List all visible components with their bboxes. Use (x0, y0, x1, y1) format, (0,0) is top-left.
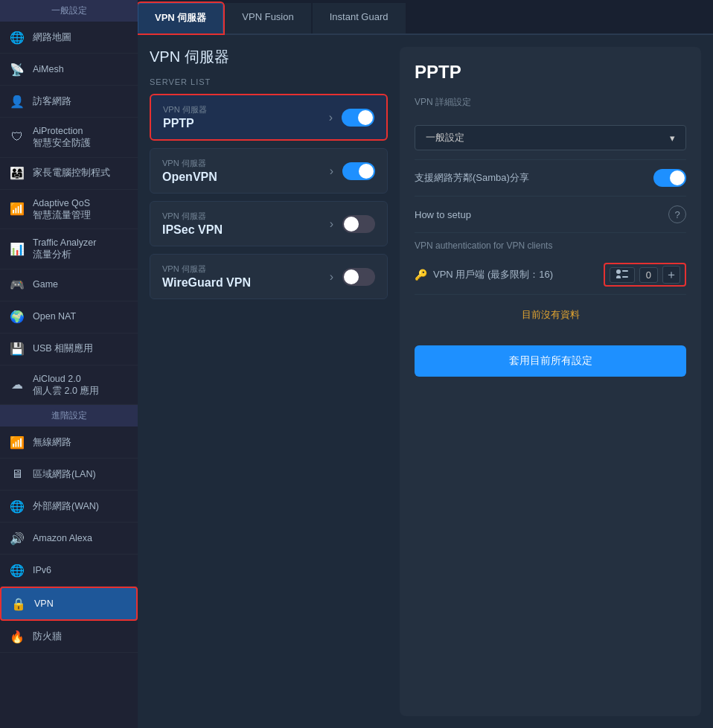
svg-rect-3 (622, 276, 628, 278)
vpn-card-name: OpenVPN (162, 170, 330, 184)
samba-toggle[interactable] (653, 169, 686, 187)
sidebar-item-label: 家長電腦控制程式 (33, 167, 110, 179)
aimesh-icon: 📡 (9, 61, 25, 77)
sidebar-item-lan[interactable]: 🖥 區域網路(LAN) (0, 459, 138, 491)
samba-row: 支援網路芳鄰(Samba)分享 (415, 160, 686, 197)
sidebar-item-label: 防火牆 (33, 630, 62, 642)
sidebar-item-ipv6[interactable]: 🌐 IPv6 (0, 555, 138, 587)
aiprotection-icon: 🛡 (9, 129, 25, 145)
sidebar: 一般設定 🌐 網路地圖 📡 AiMesh 👤 訪客網路 🛡 AiProtecti… (0, 0, 138, 728)
chevron-right-icon: › (330, 165, 333, 178)
sidebar-item-label: 網路地圖 (33, 31, 71, 43)
adaptive-qos-icon: 📶 (9, 201, 25, 217)
settings-select[interactable]: 一般設定 ▾ (415, 125, 686, 150)
general-section-label: 一般設定 (0, 0, 138, 22)
svg-rect-0 (616, 269, 621, 274)
sidebar-item-label: Adaptive QoS智慧流量管理 (33, 197, 91, 222)
main-content: VPN 伺服器 VPN Fusion Instant Guard VPN 伺服器… (138, 0, 713, 728)
firewall-icon: 🔥 (9, 628, 25, 645)
vpn-card-name: PPTP (163, 117, 329, 130)
sidebar-item-wan[interactable]: 🌐 外部網路(WAN) (0, 491, 138, 523)
vpn-client-label: VPN 用戶端 (最多限制：16) (433, 268, 604, 281)
toggle-knob (359, 164, 374, 179)
sidebar-item-aiprotection[interactable]: 🛡 AiProtection智慧安全防護 (0, 118, 138, 158)
sidebar-item-adaptive-qos[interactable]: 📶 Adaptive QoS智慧流量管理 (0, 190, 138, 230)
vpn-client-row: 🔑 VPN 用戶端 (最多限制：16) 0 ＋ (415, 255, 686, 295)
ipsec-toggle[interactable] (342, 215, 375, 233)
sidebar-item-network-map[interactable]: 🌐 網路地圖 (0, 22, 138, 54)
page-body: VPN 伺服器 SERVER LIST VPN 伺服器 PPTP › VPN 伺… (138, 35, 713, 728)
sidebar-item-alexa[interactable]: 🔊 Amazon Alexa (0, 523, 138, 555)
sidebar-item-label: 區域網路(LAN) (33, 468, 96, 480)
chevron-right-icon: › (330, 270, 333, 284)
game-icon: 🎮 (9, 277, 25, 293)
sidebar-item-label: AiCloud 2.0個人雲 2.0 應用 (33, 373, 99, 397)
vpn-card-info-openvpn: VPN 伺服器 OpenVPN (162, 158, 330, 184)
detail-panel: PPTP VPN 詳細設定 一般設定 ▾ 支援網路芳鄰(Samba)分享 How… (400, 47, 701, 716)
apply-button[interactable]: 套用目前所有設定 (415, 345, 686, 377)
wireguard-toggle[interactable] (342, 268, 375, 286)
key-icon: 🔑 (415, 269, 427, 281)
alexa-icon: 🔊 (9, 530, 25, 546)
vpn-auth-label: VPN authentication for VPN clients (415, 233, 686, 255)
open-nat-icon: 🌍 (9, 309, 25, 325)
detail-title: PPTP (415, 62, 686, 83)
sidebar-item-parental[interactable]: 👨‍👩‍👧 家長電腦控制程式 (0, 158, 138, 190)
vpn-card-name: WireGuard VPN (162, 276, 330, 290)
add-client-button[interactable]: ＋ (662, 266, 680, 284)
pptp-toggle[interactable] (342, 109, 374, 127)
toggle-knob (358, 110, 373, 125)
openvpn-toggle[interactable] (342, 162, 375, 180)
svg-rect-2 (616, 275, 621, 278)
sidebar-item-vpn[interactable]: 🔒 VPN (0, 587, 138, 621)
vpn-icon: 🔒 (10, 596, 27, 612)
sidebar-item-firewall[interactable]: 🔥 防火牆 (0, 621, 138, 653)
guest-network-icon: 👤 (9, 93, 25, 109)
sidebar-item-label: Amazon Alexa (33, 532, 92, 544)
sidebar-item-wireless[interactable]: 📶 無線網路 (0, 427, 138, 459)
lan-icon: 🖥 (9, 466, 25, 482)
sidebar-item-label: Open NAT (33, 310, 76, 322)
vpn-card-openvpn[interactable]: VPN 伺服器 OpenVPN › (150, 148, 388, 194)
sidebar-item-game[interactable]: 🎮 Game (0, 269, 138, 301)
sidebar-item-guest-network[interactable]: 👤 訪客網路 (0, 86, 138, 118)
chevron-down-icon: ▾ (670, 132, 675, 144)
how-to-setup-label: How to setup (415, 209, 471, 220)
tab-vpn-fusion[interactable]: VPN Fusion (225, 3, 310, 33)
network-map-icon: 🌐 (9, 29, 25, 45)
toggle-knob (670, 170, 685, 185)
tab-instant-guard[interactable]: Instant Guard (313, 3, 406, 33)
vpn-card-info-wireguard: VPN 伺服器 WireGuard VPN (162, 264, 330, 290)
advanced-section-label: 進階設定 (0, 405, 138, 427)
sidebar-item-label: USB 相關應用 (33, 342, 93, 354)
user-list-icon (616, 269, 628, 278)
parental-icon: 👨‍👩‍👧 (9, 165, 25, 182)
tab-vpn-server[interactable]: VPN 伺服器 (138, 3, 223, 33)
vpn-card-type-label: VPN 伺服器 (162, 158, 330, 169)
help-icon[interactable]: ? (668, 205, 686, 223)
vpn-card-wireguard[interactable]: VPN 伺服器 WireGuard VPN › (150, 254, 388, 299)
sidebar-item-label: 訪客網路 (33, 95, 71, 107)
vpn-card-info-pptp: VPN 伺服器 PPTP (163, 104, 329, 130)
sidebar-item-label: VPN (34, 598, 54, 610)
vpn-card-info-ipsec: VPN 伺服器 IPSec VPN (162, 211, 330, 237)
no-data-label: 目前沒有資料 (415, 295, 686, 335)
sidebar-item-usb[interactable]: 💾 USB 相關應用 (0, 333, 138, 365)
sidebar-item-label: AiMesh (33, 63, 64, 75)
sidebar-item-aicloud[interactable]: ☁ AiCloud 2.0個人雲 2.0 應用 (0, 365, 138, 406)
settings-select-value: 一般設定 (426, 131, 464, 144)
page-title: VPN 伺服器 (150, 47, 388, 67)
sidebar-item-open-nat[interactable]: 🌍 Open NAT (0, 301, 138, 333)
svg-rect-1 (622, 270, 628, 272)
ipv6-icon: 🌐 (9, 562, 25, 578)
vpn-card-name: IPSec VPN (162, 223, 330, 237)
vpn-card-ipsec[interactable]: VPN 伺服器 IPSec VPN › (150, 201, 388, 246)
sidebar-item-traffic-analyzer[interactable]: 📊 Traffic Analyzer流量分析 (0, 229, 138, 269)
toggle-knob (344, 269, 359, 284)
sidebar-item-aimesh[interactable]: 📡 AiMesh (0, 54, 138, 86)
sidebar-item-label: Game (33, 278, 58, 290)
vpn-card-pptp[interactable]: VPN 伺服器 PPTP › (150, 94, 388, 141)
traffic-analyzer-icon: 📊 (9, 240, 25, 257)
toggle-knob (344, 217, 359, 232)
tab-bar: VPN 伺服器 VPN Fusion Instant Guard (138, 0, 713, 35)
